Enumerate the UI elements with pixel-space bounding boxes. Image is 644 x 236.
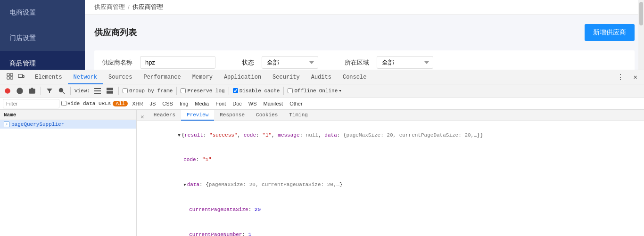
camera-icon[interactable]: [27, 86, 37, 96]
tab-audits[interactable]: Audits: [305, 70, 337, 84]
tab-sources[interactable]: Sources: [103, 70, 138, 84]
toolbar-separator-2: [70, 87, 71, 95]
filter-css[interactable]: CSS: [160, 100, 175, 107]
clear-button[interactable]: [15, 86, 25, 96]
filter-js[interactable]: JS: [147, 100, 158, 107]
filter-media[interactable]: Media: [192, 100, 211, 107]
filter-manifest[interactable]: Manifest: [261, 100, 286, 107]
main-content: 供应商管理 / 供应商管理 供应商列表 新增供应商 供应商名称 状态: [85, 0, 644, 70]
status-select-wrap: 全部 启用 禁用: [262, 56, 318, 69]
svg-rect-5: [23, 75, 25, 77]
sidebar-item-ecommerce-settings[interactable]: 电商设置: [0, 0, 85, 25]
offline-label[interactable]: Offline: [288, 88, 316, 94]
right-scrollbar[interactable]: [638, 0, 644, 70]
sidebar-item-store-settings[interactable]: 门店设置: [0, 25, 85, 51]
json-root-line[interactable]: ▼{result: "success", code: "1", message:…: [140, 123, 640, 148]
svg-rect-2: [7, 76, 9, 79]
tab-memory[interactable]: Memory: [187, 70, 218, 84]
preview-tab-timing[interactable]: Timing: [283, 110, 314, 121]
devtools-body: Name ⚡ pageQuerySupplier ✕ Headers Previ…: [0, 110, 644, 236]
status-select[interactable]: 全部 启用 禁用: [262, 56, 318, 69]
svg-point-10: [31, 90, 33, 92]
svg-rect-15: [94, 93, 101, 94]
hide-data-urls-checkbox[interactable]: [61, 101, 66, 106]
preview-tab-preview[interactable]: Preview: [181, 110, 214, 121]
network-filter-input[interactable]: [3, 99, 59, 108]
breadcrumb-separator: /: [128, 4, 130, 11]
supplier-name-input[interactable]: [140, 56, 215, 69]
preview-tab-cookies[interactable]: Cookies: [250, 110, 283, 121]
name-list-item[interactable]: ⚡ pageQuerySupplier: [0, 120, 136, 129]
preview-panel: ✕ Headers Preview Response Cookies Timin…: [137, 110, 644, 236]
json-root-arrow[interactable]: ▼: [178, 133, 180, 138]
breadcrumb: 供应商管理 / 供应商管理: [85, 0, 644, 15]
preview-close-x[interactable]: ✕: [137, 113, 148, 121]
svg-rect-0: [7, 73, 9, 75]
devtools-close-button[interactable]: ✕: [629, 73, 642, 81]
region-select-wrap: 全部: [377, 56, 433, 69]
name-panel: Name ⚡ pageQuerySupplier: [0, 110, 137, 236]
tab-console[interactable]: Console: [337, 70, 372, 84]
filter-xhr[interactable]: XHR: [130, 100, 145, 107]
svg-point-6: [5, 88, 10, 94]
status-label: 状态: [242, 58, 254, 67]
tab-elements[interactable]: Elements: [29, 70, 68, 84]
group-by-frame-label[interactable]: Group by frame: [123, 88, 173, 94]
view-label: View:: [74, 88, 90, 94]
preserve-log-checkbox[interactable]: [181, 88, 186, 93]
name-panel-header: Name: [0, 110, 136, 120]
tab-security[interactable]: Security: [267, 70, 305, 84]
svg-rect-3: [10, 76, 13, 79]
devtools-panel: Elements Network Sources Performance Mem…: [0, 70, 644, 236]
filter-row: 供应商名称 状态 全部 启用 禁用 所在区域 全部: [94, 50, 635, 70]
add-supplier-button[interactable]: 新增供应商: [585, 24, 635, 41]
name-item-text: pageQuerySupplier: [11, 122, 64, 127]
sidebar-item-goods-management[interactable]: 商品管理: [0, 51, 85, 70]
preserve-log-label[interactable]: Preserve log: [181, 88, 224, 94]
large-rows-icon[interactable]: [105, 86, 115, 96]
filter-font[interactable]: Font: [213, 100, 228, 107]
svg-point-11: [59, 88, 63, 92]
toolbar-separator-1: [41, 87, 41, 95]
svg-rect-14: [94, 90, 101, 91]
name-list: ⚡ pageQuerySupplier: [0, 120, 136, 236]
content-body: 供应商列表 新增供应商 供应商名称 状态 全部 启用 禁用: [85, 15, 644, 70]
inspect-icon[interactable]: [6, 72, 14, 82]
tab-application[interactable]: Application: [218, 70, 267, 84]
offline-checkbox[interactable]: [288, 88, 293, 93]
preview-tab-bar: ✕ Headers Preview Response Cookies Timin…: [137, 110, 644, 121]
record-button[interactable]: [3, 86, 12, 96]
tab-performance[interactable]: Performance: [138, 70, 186, 84]
svg-line-12: [63, 92, 65, 94]
filter-doc[interactable]: Doc: [230, 100, 244, 107]
json-data-line[interactable]: ▼data: {pageMaxSize: 20, currentPageData…: [140, 173, 640, 198]
devtools-more-button[interactable]: ⋮: [612, 73, 629, 82]
filter-ws[interactable]: WS: [246, 100, 259, 107]
region-select[interactable]: 全部: [377, 56, 433, 69]
disable-cache-checkbox[interactable]: [233, 88, 238, 93]
responsive-icon[interactable]: [17, 72, 25, 82]
filter-img[interactable]: Img: [177, 100, 190, 107]
json-data-arrow[interactable]: ▼: [183, 183, 186, 187]
filter-icon[interactable]: [45, 86, 54, 96]
tab-network[interactable]: Network: [68, 70, 103, 84]
filter-bar: Hide data URLs All XHR JS CSS Img Media …: [0, 98, 644, 110]
svg-rect-16: [107, 88, 113, 90]
disable-cache-label[interactable]: Disable cache: [233, 88, 280, 94]
online-dropdown-arrow: ▾: [339, 88, 342, 94]
supplier-name-label: 供应商名称: [102, 58, 132, 67]
hide-data-urls-label[interactable]: Hide data URLs: [61, 101, 111, 106]
json-code-line: code: "1": [140, 148, 640, 173]
toolbar-separator-3: [118, 87, 119, 95]
preview-tab-response[interactable]: Response: [214, 110, 250, 121]
list-view-icon[interactable]: [93, 86, 102, 96]
search-icon[interactable]: [57, 86, 66, 96]
page-header: 供应商列表 新增供应商: [94, 24, 635, 41]
app-wrapper: 电商设置 门店设置 商品管理 供应商管理 / 供应商管理 供应商列表 新增供应商: [0, 0, 644, 236]
online-dropdown[interactable]: Online ▾: [319, 88, 342, 94]
group-by-frame-checkbox[interactable]: [123, 88, 128, 93]
toolbar-separator-5: [229, 87, 229, 95]
devtools-icon-group: [2, 72, 29, 82]
filter-other[interactable]: Other: [287, 100, 305, 107]
preview-tab-headers[interactable]: Headers: [148, 110, 181, 121]
